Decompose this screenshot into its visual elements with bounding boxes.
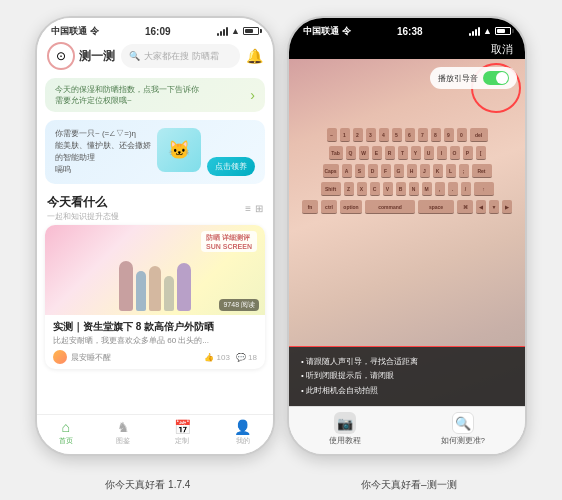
status-icons-1: ▲ <box>217 26 259 36</box>
promo-card: 你需要一只~ (=∠▽=)η 能美肤、懂护肤、还会撒娇的智能助理 嗝呜 🐱 点击… <box>45 120 265 184</box>
phones-container: 中国联通 令 16:09 ▲ ⊙ 测一测 <box>19 0 543 472</box>
carrier-2: 中国联通 令 <box>303 25 351 38</box>
section-header: 今天看什么 一起和知识提升态慢 ≡ ⊞ <box>37 188 273 225</box>
comments-count: 💬 18 <box>236 353 257 362</box>
logo-text: 测一测 <box>79 48 115 65</box>
section-controls[interactable]: ≡ ⊞ <box>245 203 263 214</box>
promo-button[interactable]: 点击领养 <box>207 157 255 176</box>
article-footer: 晨安睡不醒 👍 103 💬 18 <box>53 350 257 364</box>
instructions-box: • 请跟随人声引导，寻找合适距离 • 听到闭眼提示后，请闭眼 • 此时相机会自动… <box>289 346 525 406</box>
article-card[interactable]: 防晒 详细测评 SUN SCREEN 9748 阅读 实测｜资生堂旗下 8 款高… <box>45 225 265 369</box>
banner-arrow-icon: › <box>250 87 255 103</box>
carrier-1: 中国联通 令 <box>51 25 99 38</box>
signal-icon-2 <box>469 27 480 36</box>
nav-home[interactable]: ⌂ 首页 <box>59 419 73 446</box>
nav-accuracy[interactable]: 🔍 如何测更准? <box>441 412 485 446</box>
app-logo[interactable]: ⊙ 测一测 <box>47 42 115 70</box>
status-icons-2: ▲ <box>469 26 511 36</box>
article-label: 防晒 详细测评 SUN SCREEN <box>201 231 257 252</box>
toggle-switch[interactable] <box>483 71 509 85</box>
nav-profile-label: 我的 <box>236 436 250 446</box>
nav-profile[interactable]: 👤 我的 <box>234 419 251 446</box>
reads-badge: 9748 阅读 <box>219 299 259 311</box>
promo-line1: 你需要一只~ (=∠▽=)η <box>55 128 151 140</box>
bottom-nav-2: 📷 使用教程 🔍 如何测更准? <box>289 406 525 454</box>
search-icon: 🔍 <box>129 51 140 61</box>
keyboard-visual: ~ 1 2 3 4 5 6 7 8 9 0 del Tab <box>301 128 513 214</box>
phone-2: 中国联通 令 16:38 ▲ 取消 <box>287 16 527 456</box>
nav-custom-label: 定制 <box>175 436 189 446</box>
time-2: 16:38 <box>397 26 423 37</box>
article-image: 防晒 详细测评 SUN SCREEN 9748 阅读 <box>45 225 265 315</box>
bell-icon[interactable]: 🔔 <box>246 48 263 64</box>
footer-label-1: 你今天真好看 1.7.4 <box>105 478 190 492</box>
nav-tutorial[interactable]: 📷 使用教程 <box>329 412 361 446</box>
battery-icon-2 <box>495 27 511 35</box>
status-bar-2: 中国联通 令 16:38 ▲ <box>289 18 525 40</box>
wifi-icon: ▲ <box>231 26 240 36</box>
likes-count: 👍 103 <box>204 353 230 362</box>
guide-icon: ♞ <box>117 419 130 435</box>
logo-circle: ⊙ <box>47 42 75 70</box>
article-body: 实测｜资生堂旗下 8 款高倍户外防晒 比起安耐晒，我更喜欢众多单品 60 出头的… <box>45 315 265 369</box>
search-accuracy-icon: 🔍 <box>452 412 474 434</box>
cancel-bar: 取消 <box>289 40 525 59</box>
toggle-overlay[interactable]: 播放引导音 <box>430 67 517 89</box>
time-1: 16:09 <box>145 26 171 37</box>
profile-icon: 👤 <box>234 419 251 435</box>
grid-icon[interactable]: ⊞ <box>255 203 263 214</box>
nav-accuracy-label: 如何测更准? <box>441 436 485 446</box>
article-stats: 👍 103 💬 18 <box>204 353 257 362</box>
instruction-1: • 请跟随人声引导，寻找合适距离 <box>301 355 513 369</box>
article-desc: 比起安耐晒，我更喜欢众多单品 60 出头的... <box>53 335 257 346</box>
status-bar-1: 中国联通 令 16:09 ▲ <box>37 18 273 40</box>
wifi-icon-2: ▲ <box>483 26 492 36</box>
footer: 你今天真好看 1.7.4 你今天真好看–测一测 <box>0 472 562 500</box>
banner-line1: 今天的保湿和防晒指数，点我一下告诉你 <box>55 84 250 95</box>
instruction-2: • 听到闭眼提示后，请闭眼 <box>301 369 513 383</box>
instruction-3: • 此时相机会自动拍照 <box>301 384 513 398</box>
logo-icon: ⊙ <box>56 49 66 63</box>
home-icon: ⌂ <box>62 419 70 435</box>
cancel-button[interactable]: 取消 <box>491 42 513 57</box>
section-title: 今天看什么 <box>47 194 119 211</box>
battery-icon <box>243 27 259 35</box>
camera-tutorial-icon: 📷 <box>334 412 356 434</box>
nav-tutorial-label: 使用教程 <box>329 436 361 446</box>
nav-guide[interactable]: ♞ 图鉴 <box>116 419 130 446</box>
search-placeholder: 大家都在搜 防晒霜 <box>144 50 219 63</box>
author-name: 晨安睡不醒 <box>71 352 200 363</box>
camera-area: ~ 1 2 3 4 5 6 7 8 9 0 del Tab <box>289 59 525 406</box>
phone1-header: ⊙ 测一测 🔍 大家都在搜 防晒霜 🔔 <box>37 40 273 74</box>
author-avatar <box>53 350 67 364</box>
nav-guide-label: 图鉴 <box>116 436 130 446</box>
promo-mascot: 🐱 <box>157 128 201 172</box>
keyboard-background: ~ 1 2 3 4 5 6 7 8 9 0 del Tab <box>289 59 525 406</box>
banner-line2: 需要允许定位权限哦~ <box>55 95 250 106</box>
article-title: 实测｜资生堂旗下 8 款高倍户外防晒 <box>53 320 257 333</box>
nav-home-label: 首页 <box>59 436 73 446</box>
search-bar[interactable]: 🔍 大家都在搜 防晒霜 <box>121 44 240 68</box>
toggle-label: 播放引导音 <box>438 73 478 84</box>
option-key: option <box>340 200 362 214</box>
bottom-nav-1: ⌂ 首页 ♞ 图鉴 📅 定制 👤 我的 <box>37 414 273 454</box>
promo-line3: 嗝呜 <box>55 164 151 176</box>
section-subtitle: 一起和知识提升态慢 <box>47 211 119 222</box>
promo-line2: 能美肤、懂护肤、还会撒娇的智能助理 <box>55 140 151 164</box>
phone-1: 中国联通 令 16:09 ▲ ⊙ 测一测 <box>35 16 275 456</box>
footer-label-2: 你今天真好看–测一测 <box>361 478 457 492</box>
location-banner[interactable]: 今天的保湿和防晒指数，点我一下告诉你 需要允许定位权限哦~ › <box>45 78 265 112</box>
signal-icon <box>217 27 228 36</box>
nav-custom[interactable]: 📅 定制 <box>174 419 191 446</box>
list-icon[interactable]: ≡ <box>245 203 251 214</box>
custom-icon: 📅 <box>174 419 191 435</box>
